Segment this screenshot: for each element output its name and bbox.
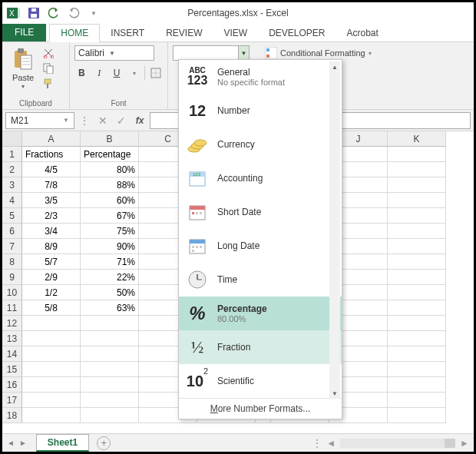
row-header[interactable]: 7 xyxy=(2,239,22,254)
conditional-formatting-button[interactable]: Conditional Formatting▾ xyxy=(265,47,469,59)
row-header[interactable]: 5 xyxy=(2,208,22,224)
cell[interactable] xyxy=(81,377,139,393)
cell[interactable]: Percentage xyxy=(81,147,139,162)
row-header[interactable]: 12 xyxy=(2,316,22,331)
column-header[interactable]: B xyxy=(81,131,139,147)
copy-icon[interactable] xyxy=(42,62,55,75)
cell[interactable]: 90% xyxy=(81,239,139,254)
nf-item-currency[interactable]: Currency xyxy=(179,128,342,161)
qat-customize-icon[interactable]: ▼ xyxy=(85,5,102,22)
sheet-nav[interactable]: ◄ ► xyxy=(7,439,27,447)
cell[interactable]: 5/7 xyxy=(22,254,81,270)
row-header[interactable]: 14 xyxy=(2,346,22,362)
cell[interactable] xyxy=(388,331,446,346)
row-header[interactable]: 9 xyxy=(2,270,22,285)
cell[interactable] xyxy=(388,147,446,162)
cell[interactable] xyxy=(388,224,446,239)
cell[interactable] xyxy=(388,208,446,224)
column-header[interactable]: A xyxy=(22,131,81,147)
cell[interactable]: 3/4 xyxy=(22,224,81,239)
cell[interactable] xyxy=(388,377,446,393)
row-header[interactable]: 6 xyxy=(2,224,22,239)
cell[interactable] xyxy=(388,300,446,316)
sheet-nav-prev-icon[interactable]: ◄ xyxy=(7,439,15,447)
select-all-corner[interactable] xyxy=(2,131,22,147)
scroll-down-icon[interactable]: ▼ xyxy=(332,388,338,399)
nf-item-general[interactable]: ABC123 GeneralNo specific format xyxy=(179,60,342,94)
font-name-combo[interactable]: Calibri▼ xyxy=(74,45,154,61)
cell[interactable] xyxy=(81,346,139,362)
format-painter-icon[interactable] xyxy=(42,78,55,90)
nf-item-number[interactable]: 12 Number xyxy=(179,94,342,128)
row-header[interactable]: 17 xyxy=(2,393,22,408)
tab-home[interactable]: HOME xyxy=(49,24,100,42)
cell[interactable]: 5/8 xyxy=(22,300,81,316)
cell[interactable]: 22% xyxy=(81,270,139,285)
cell[interactable]: 7/8 xyxy=(22,177,81,193)
accept-formula-icon[interactable]: ✓ xyxy=(113,112,130,129)
cell[interactable] xyxy=(388,239,446,254)
cell[interactable] xyxy=(388,177,446,193)
cell[interactable] xyxy=(22,377,81,393)
cell[interactable] xyxy=(388,285,446,300)
row-header[interactable]: 2 xyxy=(2,162,22,177)
cell[interactable]: 2/9 xyxy=(22,270,81,285)
row-header[interactable]: 11 xyxy=(2,300,22,316)
cell[interactable] xyxy=(22,316,81,331)
tab-view[interactable]: VIEW xyxy=(213,25,258,41)
hscroll-track[interactable] xyxy=(340,439,455,448)
nf-item-short-date[interactable]: Short Date xyxy=(179,195,342,229)
cell[interactable] xyxy=(388,316,446,331)
cell[interactable] xyxy=(22,408,81,423)
more-number-formats-link[interactable]: More Number Formats... xyxy=(179,398,342,419)
insert-function-icon[interactable]: fx xyxy=(131,112,148,129)
cell[interactable]: 63% xyxy=(81,300,139,316)
number-format-dd-button[interactable]: ▼ xyxy=(238,46,249,60)
menu-scrollbar[interactable]: ▲ ▼ xyxy=(329,61,340,399)
cell[interactable] xyxy=(22,346,81,362)
nf-item-percentage[interactable]: % Percentage80.00% xyxy=(179,297,342,330)
tab-file[interactable]: FILE xyxy=(2,23,46,41)
cell[interactable]: 75% xyxy=(81,224,139,239)
cell[interactable] xyxy=(388,393,446,408)
cell[interactable] xyxy=(81,331,139,346)
scroll-up-icon[interactable]: ▲ xyxy=(332,61,338,72)
nf-item-fraction[interactable]: ½ Fraction xyxy=(179,330,342,364)
cell[interactable]: 8/9 xyxy=(22,239,81,254)
cell[interactable]: Fractions xyxy=(22,147,81,162)
row-header[interactable]: 10 xyxy=(2,285,22,300)
number-format-combo[interactable]: ▼ xyxy=(173,45,250,61)
nf-item-scientific[interactable]: 102 Scientific xyxy=(179,364,342,398)
cell[interactable] xyxy=(22,362,81,377)
nf-item-time[interactable]: Time xyxy=(179,263,342,297)
cell[interactable] xyxy=(388,362,446,377)
cell[interactable]: 80% xyxy=(81,162,139,177)
cell[interactable]: 60% xyxy=(81,193,139,208)
undo-icon[interactable] xyxy=(45,5,62,22)
column-header[interactable]: K xyxy=(388,131,446,147)
borders-button[interactable] xyxy=(148,65,163,81)
tab-acrobat[interactable]: Acrobat xyxy=(336,25,389,41)
sheet-nav-next-icon[interactable]: ► xyxy=(19,439,27,447)
row-header[interactable]: 4 xyxy=(2,193,22,208)
cell[interactable] xyxy=(81,408,139,423)
cell[interactable]: 50% xyxy=(81,285,139,300)
cell[interactable] xyxy=(388,270,446,285)
row-header[interactable]: 18 xyxy=(2,408,22,423)
cell[interactable] xyxy=(388,254,446,270)
cell[interactable] xyxy=(22,393,81,408)
row-header[interactable]: 8 xyxy=(2,254,22,270)
row-header[interactable]: 3 xyxy=(2,177,22,193)
cell[interactable]: 3/5 xyxy=(22,193,81,208)
tab-review[interactable]: REVIEW xyxy=(155,25,213,41)
row-header[interactable]: 16 xyxy=(2,377,22,393)
underline-button[interactable]: U xyxy=(110,65,124,81)
cell[interactable] xyxy=(388,162,446,177)
cell[interactable] xyxy=(388,346,446,362)
cell[interactable] xyxy=(388,193,446,208)
tab-developer[interactable]: DEVELOPER xyxy=(258,25,336,41)
cell[interactable] xyxy=(81,362,139,377)
row-header[interactable]: 1 xyxy=(2,147,22,162)
sheet-tab-active[interactable]: Sheet1 xyxy=(36,434,89,452)
name-box[interactable]: M21 ▼ xyxy=(5,112,74,129)
